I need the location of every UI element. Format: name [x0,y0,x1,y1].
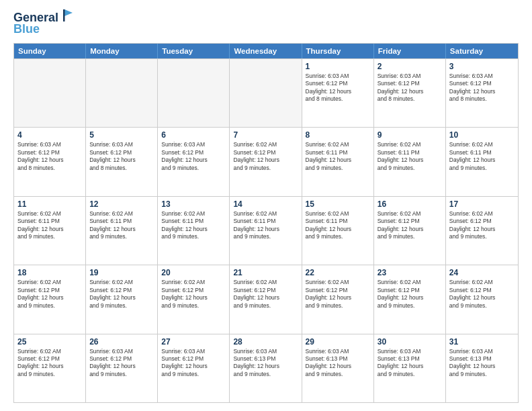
empty-cell [230,59,302,127]
day-info: Sunrise: 6:03 AM Sunset: 6:12 PM Dayligh… [378,73,442,103]
day-cell-17: 17Sunrise: 6:02 AM Sunset: 6:12 PM Dayli… [446,197,518,265]
empty-cell [86,59,158,127]
day-number: 1 [306,62,370,71]
day-info: Sunrise: 6:03 AM Sunset: 6:13 PM Dayligh… [449,348,515,379]
day-cell-3: 3Sunrise: 6:03 AM Sunset: 6:12 PM Daylig… [446,59,518,127]
weekday-header-monday: Monday [86,44,158,58]
weekday-header-wednesday: Wednesday [230,44,302,58]
day-cell-23: 23Sunrise: 6:02 AM Sunset: 6:12 PM Dayli… [374,265,446,333]
day-number: 5 [89,130,154,140]
svg-marker-0 [64,9,73,16]
logo-flag-icon [63,9,73,21]
weekday-header-thursday: Thursday [302,44,374,58]
day-cell-27: 27Sunrise: 6:03 AM Sunset: 6:12 PM Dayli… [158,334,230,402]
day-info: Sunrise: 6:02 AM Sunset: 6:12 PM Dayligh… [449,210,515,241]
day-cell-28: 28Sunrise: 6:03 AM Sunset: 6:13 PM Dayli… [230,334,302,402]
day-number: 11 [17,199,82,209]
day-number: 30 [378,337,442,347]
day-number: 6 [161,130,226,140]
day-info: Sunrise: 6:03 AM Sunset: 6:12 PM Dayligh… [89,141,154,172]
weekday-header-saturday: Saturday [446,44,518,58]
day-info: Sunrise: 6:02 AM Sunset: 6:12 PM Dayligh… [17,348,82,379]
day-info: Sunrise: 6:02 AM Sunset: 6:11 PM Dayligh… [233,210,298,241]
day-cell-29: 29Sunrise: 6:03 AM Sunset: 6:13 PM Dayli… [302,334,374,402]
day-cell-10: 10Sunrise: 6:02 AM Sunset: 6:11 PM Dayli… [446,128,518,195]
day-number: 4 [17,130,82,140]
empty-cell [14,59,86,127]
calendar: SundayMondayTuesdayWednesdayThursdayFrid… [13,43,519,403]
day-cell-2: 2Sunrise: 6:03 AM Sunset: 6:12 PM Daylig… [374,59,446,127]
day-number: 25 [17,337,82,347]
day-number: 22 [306,268,370,277]
day-cell-15: 15Sunrise: 6:02 AM Sunset: 6:11 PM Dayli… [302,197,374,265]
day-info: Sunrise: 6:02 AM Sunset: 6:12 PM Dayligh… [378,210,442,241]
day-cell-19: 19Sunrise: 6:02 AM Sunset: 6:12 PM Dayli… [86,265,158,333]
day-cell-25: 25Sunrise: 6:02 AM Sunset: 6:12 PM Dayli… [14,334,86,402]
day-cell-4: 4Sunrise: 6:03 AM Sunset: 6:12 PM Daylig… [14,128,86,195]
day-cell-22: 22Sunrise: 6:02 AM Sunset: 6:12 PM Dayli… [302,265,374,333]
day-cell-11: 11Sunrise: 6:02 AM Sunset: 6:11 PM Dayli… [14,197,86,265]
weekday-header-tuesday: Tuesday [158,44,230,58]
calendar-row-1: 4Sunrise: 6:03 AM Sunset: 6:12 PM Daylig… [14,127,518,195]
day-number: 3 [449,62,515,71]
day-cell-18: 18Sunrise: 6:02 AM Sunset: 6:12 PM Dayli… [14,265,86,333]
day-info: Sunrise: 6:03 AM Sunset: 6:12 PM Dayligh… [449,73,515,103]
calendar-row-0: 1Sunrise: 6:03 AM Sunset: 6:12 PM Daylig… [14,58,518,127]
day-info: Sunrise: 6:03 AM Sunset: 6:12 PM Dayligh… [161,141,226,172]
day-cell-13: 13Sunrise: 6:02 AM Sunset: 6:11 PM Dayli… [158,197,230,265]
day-number: 18 [17,268,82,277]
day-number: 17 [449,199,515,209]
day-number: 27 [161,337,226,347]
day-cell-16: 16Sunrise: 6:02 AM Sunset: 6:12 PM Dayli… [374,197,446,265]
day-info: Sunrise: 6:03 AM Sunset: 6:13 PM Dayligh… [233,348,298,379]
day-info: Sunrise: 6:02 AM Sunset: 6:12 PM Dayligh… [161,279,226,310]
day-cell-20: 20Sunrise: 6:02 AM Sunset: 6:12 PM Dayli… [158,265,230,333]
day-info: Sunrise: 6:02 AM Sunset: 6:12 PM Dayligh… [233,279,298,310]
day-info: Sunrise: 6:02 AM Sunset: 6:11 PM Dayligh… [449,141,515,172]
day-cell-6: 6Sunrise: 6:03 AM Sunset: 6:12 PM Daylig… [158,128,230,195]
day-cell-5: 5Sunrise: 6:03 AM Sunset: 6:12 PM Daylig… [86,128,158,195]
day-number: 2 [378,62,442,71]
day-info: Sunrise: 6:02 AM Sunset: 6:11 PM Dayligh… [378,141,442,172]
day-info: Sunrise: 6:02 AM Sunset: 6:11 PM Dayligh… [161,210,226,241]
day-cell-8: 8Sunrise: 6:02 AM Sunset: 6:11 PM Daylig… [302,128,374,195]
day-number: 20 [161,268,226,277]
day-info: Sunrise: 6:02 AM Sunset: 6:12 PM Dayligh… [306,279,370,310]
day-number: 21 [233,268,298,277]
day-cell-31: 31Sunrise: 6:03 AM Sunset: 6:13 PM Dayli… [446,334,518,402]
day-info: Sunrise: 6:02 AM Sunset: 6:11 PM Dayligh… [306,210,370,241]
day-number: 9 [378,130,442,140]
day-cell-21: 21Sunrise: 6:02 AM Sunset: 6:12 PM Dayli… [230,265,302,333]
day-cell-24: 24Sunrise: 6:02 AM Sunset: 6:12 PM Dayli… [446,265,518,333]
calendar-row-3: 18Sunrise: 6:02 AM Sunset: 6:12 PM Dayli… [14,265,518,333]
day-info: Sunrise: 6:02 AM Sunset: 6:12 PM Dayligh… [449,279,515,310]
day-info: Sunrise: 6:02 AM Sunset: 6:11 PM Dayligh… [89,210,154,241]
day-number: 29 [306,337,370,347]
day-cell-1: 1Sunrise: 6:03 AM Sunset: 6:12 PM Daylig… [302,59,374,127]
day-number: 13 [161,199,226,209]
day-info: Sunrise: 6:03 AM Sunset: 6:12 PM Dayligh… [89,348,154,379]
weekday-header-sunday: Sunday [14,44,86,58]
day-number: 14 [233,199,298,209]
day-cell-14: 14Sunrise: 6:02 AM Sunset: 6:11 PM Dayli… [230,197,302,265]
page: General Blue SundayMondayTuesdayWednesda… [0,0,532,411]
header: General Blue [13,11,519,36]
calendar-row-4: 25Sunrise: 6:02 AM Sunset: 6:12 PM Dayli… [14,334,518,402]
day-info: Sunrise: 6:02 AM Sunset: 6:11 PM Dayligh… [306,141,370,172]
day-number: 19 [89,268,154,277]
day-cell-30: 30Sunrise: 6:03 AM Sunset: 6:13 PM Dayli… [374,334,446,402]
day-number: 7 [233,130,298,140]
day-number: 8 [306,130,370,140]
day-number: 23 [378,268,442,277]
day-cell-7: 7Sunrise: 6:02 AM Sunset: 6:12 PM Daylig… [230,128,302,195]
day-info: Sunrise: 6:03 AM Sunset: 6:12 PM Dayligh… [17,141,82,172]
calendar-row-2: 11Sunrise: 6:02 AM Sunset: 6:11 PM Dayli… [14,196,518,265]
weekday-header-friday: Friday [374,44,446,58]
day-number: 15 [306,199,370,209]
day-cell-9: 9Sunrise: 6:02 AM Sunset: 6:11 PM Daylig… [374,128,446,195]
day-info: Sunrise: 6:02 AM Sunset: 6:12 PM Dayligh… [378,279,442,310]
day-info: Sunrise: 6:02 AM Sunset: 6:12 PM Dayligh… [233,141,298,172]
svg-rect-1 [63,9,65,21]
day-number: 16 [378,199,442,209]
day-info: Sunrise: 6:03 AM Sunset: 6:13 PM Dayligh… [306,348,370,379]
